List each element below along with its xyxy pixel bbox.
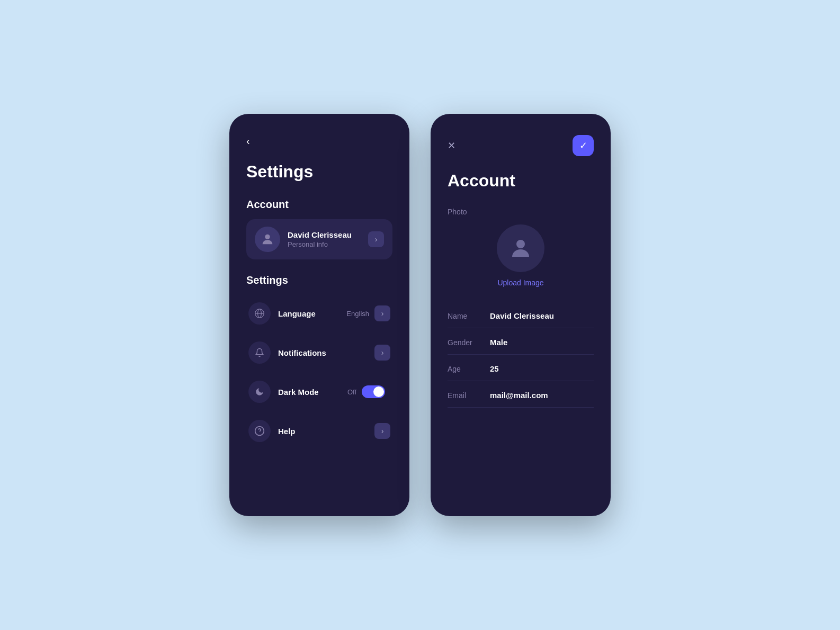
- field-gender: Gender Male: [448, 330, 594, 355]
- settings-title: Settings: [246, 162, 392, 182]
- name-label: Name: [448, 312, 490, 320]
- account-sub: Personal info: [288, 240, 368, 248]
- field-name: Name David Clerisseau: [448, 304, 594, 328]
- help-chevron: ›: [374, 423, 390, 439]
- account-chevron: ›: [368, 231, 384, 247]
- settings-item-notifications[interactable]: Notifications ›: [246, 334, 392, 371]
- field-email: Email mail@mail.com: [448, 383, 594, 408]
- svg-point-0: [265, 235, 270, 239]
- photo-label: Photo: [448, 208, 594, 216]
- language-label: Language: [278, 309, 346, 318]
- language-chevron: ›: [374, 305, 390, 321]
- darkmode-icon: [248, 381, 271, 403]
- field-age: Age 25: [448, 357, 594, 381]
- name-value[interactable]: David Clerisseau: [490, 311, 594, 320]
- email-label: Email: [448, 391, 490, 400]
- confirm-button[interactable]: ✓: [573, 135, 594, 156]
- help-label: Help: [278, 427, 374, 436]
- notifications-label: Notifications: [278, 348, 374, 357]
- form-fields: Name David Clerisseau Gender Male Age 25…: [448, 304, 594, 408]
- account-screen: ✕ ✓ Account Photo Upload Image Nam: [431, 114, 611, 516]
- language-value: English: [346, 310, 369, 318]
- account-top-nav: ✕ ✓: [448, 135, 594, 156]
- age-label: Age: [448, 365, 490, 373]
- notifications-chevron: ›: [374, 345, 390, 361]
- notifications-icon: [248, 341, 271, 364]
- email-value[interactable]: mail@mail.com: [490, 391, 594, 400]
- settings-item-darkmode[interactable]: Dark Mode Off: [246, 373, 392, 410]
- large-avatar: [497, 224, 544, 272]
- account-section-label: Account: [246, 199, 392, 211]
- account-item[interactable]: David Clerisseau Personal info ›: [246, 219, 392, 259]
- account-info: David Clerisseau Personal info: [288, 230, 368, 248]
- back-button[interactable]: ‹: [246, 135, 250, 147]
- close-button[interactable]: ✕: [448, 140, 455, 151]
- upload-image-button[interactable]: Upload Image: [497, 278, 543, 287]
- darkmode-label: Dark Mode: [278, 388, 347, 397]
- settings-list: Language English › Notifications ›: [246, 295, 392, 449]
- avatar-container: Upload Image: [448, 224, 594, 287]
- help-icon: [248, 420, 271, 442]
- gender-label: Gender: [448, 338, 490, 347]
- settings-item-help[interactable]: Help ›: [246, 412, 392, 449]
- language-icon: [248, 302, 271, 325]
- screens-container: ‹ Settings Account David Clerisseau Pers…: [208, 82, 632, 548]
- account-title: Account: [448, 171, 594, 191]
- account-name: David Clerisseau: [288, 230, 368, 239]
- avatar: [255, 227, 280, 252]
- settings-item-language[interactable]: Language English ›: [246, 295, 392, 332]
- darkmode-value: Off: [347, 388, 356, 396]
- darkmode-toggle[interactable]: [362, 385, 385, 398]
- settings-section-label: Settings: [246, 274, 392, 286]
- toggle-knob: [373, 386, 384, 397]
- gender-value[interactable]: Male: [490, 338, 594, 347]
- age-value[interactable]: 25: [490, 364, 594, 373]
- photo-section: Photo Upload Image: [448, 208, 594, 287]
- svg-point-6: [516, 240, 525, 248]
- settings-screen: ‹ Settings Account David Clerisseau Pers…: [229, 114, 409, 516]
